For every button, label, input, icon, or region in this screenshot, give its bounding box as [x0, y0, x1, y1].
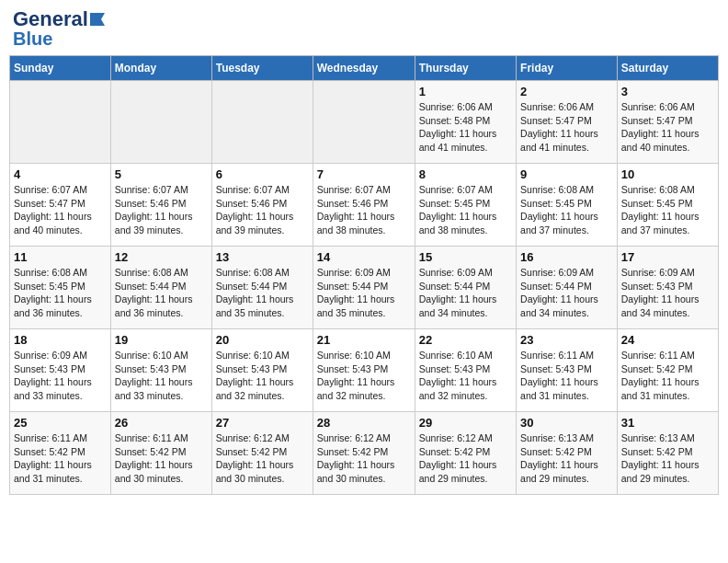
day-number: 24 [621, 333, 714, 347]
day-info: Sunrise: 6:09 AMSunset: 5:43 PMDaylight:… [621, 266, 714, 320]
day-number: 6 [216, 167, 309, 181]
calendar-cell: 13 Sunrise: 6:08 AMSunset: 5:44 PMDaylig… [211, 247, 313, 329]
calendar-cell: 24 Sunrise: 6:11 AMSunset: 5:42 PMDaylig… [617, 329, 718, 412]
calendar-cell: 2 Sunrise: 6:06 AMSunset: 5:47 PMDayligh… [517, 81, 618, 164]
day-info: Sunrise: 6:10 AMSunset: 5:43 PMDaylight:… [419, 349, 512, 403]
day-info: Sunrise: 6:08 AMSunset: 5:45 PMDaylight:… [520, 183, 613, 237]
logo-general: General [13, 9, 88, 29]
day-info: Sunrise: 6:10 AMSunset: 5:43 PMDaylight:… [216, 349, 309, 403]
day-number: 13 [216, 250, 309, 264]
calendar-cell: 26 Sunrise: 6:11 AMSunset: 5:42 PMDaylig… [110, 412, 211, 495]
calendar-header: SundayMondayTuesdayWednesdayThursdayFrid… [10, 56, 719, 81]
day-info: Sunrise: 6:09 AMSunset: 5:44 PMDaylight:… [419, 266, 512, 320]
day-number: 25 [14, 416, 107, 430]
day-number: 19 [115, 333, 208, 347]
calendar-cell [10, 81, 111, 164]
day-number: 5 [115, 167, 208, 181]
day-number: 23 [520, 333, 613, 347]
logo-flag-icon [90, 13, 107, 26]
day-info: Sunrise: 6:11 AMSunset: 5:43 PMDaylight:… [520, 349, 613, 403]
day-number: 20 [216, 333, 309, 347]
calendar-cell: 29 Sunrise: 6:12 AMSunset: 5:42 PMDaylig… [415, 412, 516, 495]
calendar-cell: 15 Sunrise: 6:09 AMSunset: 5:44 PMDaylig… [415, 247, 516, 329]
day-number: 28 [317, 416, 411, 430]
page-header: General Blue [9, 9, 719, 48]
calendar-cell: 25 Sunrise: 6:11 AMSunset: 5:42 PMDaylig… [10, 412, 111, 495]
calendar-cell: 19 Sunrise: 6:10 AMSunset: 5:43 PMDaylig… [110, 329, 211, 412]
day-info: Sunrise: 6:07 AMSunset: 5:47 PMDaylight:… [14, 183, 107, 237]
day-number: 1 [419, 85, 512, 98]
calendar-cell: 7 Sunrise: 6:07 AMSunset: 5:46 PMDayligh… [313, 164, 415, 247]
day-number: 4 [14, 167, 107, 181]
day-info: Sunrise: 6:11 AMSunset: 5:42 PMDaylight:… [115, 431, 208, 486]
day-info: Sunrise: 6:08 AMSunset: 5:45 PMDaylight:… [621, 183, 714, 237]
day-info: Sunrise: 6:07 AMSunset: 5:46 PMDaylight:… [317, 183, 411, 237]
day-number: 7 [317, 167, 411, 181]
calendar-cell: 30 Sunrise: 6:13 AMSunset: 5:42 PMDaylig… [517, 412, 618, 495]
day-info: Sunrise: 6:08 AMSunset: 5:44 PMDaylight:… [115, 266, 208, 320]
calendar-week-1: 1 Sunrise: 6:06 AMSunset: 5:48 PMDayligh… [10, 81, 719, 164]
day-info: Sunrise: 6:13 AMSunset: 5:42 PMDaylight:… [621, 431, 714, 486]
day-info: Sunrise: 6:09 AMSunset: 5:44 PMDaylight:… [317, 266, 411, 320]
day-info: Sunrise: 6:06 AMSunset: 5:48 PMDaylight:… [419, 100, 512, 155]
day-info: Sunrise: 6:09 AMSunset: 5:44 PMDaylight:… [520, 266, 613, 320]
svg-marker-0 [90, 13, 105, 26]
day-info: Sunrise: 6:07 AMSunset: 5:46 PMDaylight:… [216, 183, 309, 237]
day-number: 31 [621, 416, 714, 430]
calendar-cell: 11 Sunrise: 6:08 AMSunset: 5:45 PMDaylig… [10, 247, 111, 329]
weekday-header-saturday: Saturday [617, 56, 718, 81]
day-number: 29 [419, 416, 512, 430]
calendar-week-4: 18 Sunrise: 6:09 AMSunset: 5:43 PMDaylig… [10, 329, 719, 412]
day-info: Sunrise: 6:09 AMSunset: 5:43 PMDaylight:… [14, 349, 107, 403]
weekday-header-monday: Monday [110, 56, 211, 81]
day-info: Sunrise: 6:08 AMSunset: 5:45 PMDaylight:… [14, 266, 107, 320]
calendar-body: 1 Sunrise: 6:06 AMSunset: 5:48 PMDayligh… [10, 81, 719, 495]
day-info: Sunrise: 6:13 AMSunset: 5:42 PMDaylight:… [520, 431, 613, 486]
day-number: 30 [520, 416, 613, 430]
day-number: 22 [419, 333, 512, 347]
calendar-cell: 4 Sunrise: 6:07 AMSunset: 5:47 PMDayligh… [10, 164, 111, 247]
calendar-cell [110, 81, 211, 164]
calendar-week-3: 11 Sunrise: 6:08 AMSunset: 5:45 PMDaylig… [10, 247, 719, 329]
day-info: Sunrise: 6:12 AMSunset: 5:42 PMDaylight:… [419, 431, 512, 486]
calendar-cell: 9 Sunrise: 6:08 AMSunset: 5:45 PMDayligh… [517, 164, 618, 247]
calendar-cell: 16 Sunrise: 6:09 AMSunset: 5:44 PMDaylig… [517, 247, 618, 329]
day-number: 21 [317, 333, 411, 347]
calendar-cell: 6 Sunrise: 6:07 AMSunset: 5:46 PMDayligh… [211, 164, 313, 247]
day-number: 2 [520, 85, 613, 98]
day-number: 26 [115, 416, 208, 430]
calendar-cell: 10 Sunrise: 6:08 AMSunset: 5:45 PMDaylig… [617, 164, 718, 247]
weekday-header-tuesday: Tuesday [211, 56, 313, 81]
day-info: Sunrise: 6:07 AMSunset: 5:46 PMDaylight:… [115, 183, 208, 237]
calendar-cell: 23 Sunrise: 6:11 AMSunset: 5:43 PMDaylig… [517, 329, 618, 412]
day-info: Sunrise: 6:11 AMSunset: 5:42 PMDaylight:… [621, 349, 714, 403]
day-number: 15 [419, 250, 512, 264]
day-info: Sunrise: 6:06 AMSunset: 5:47 PMDaylight:… [621, 100, 714, 155]
day-number: 16 [520, 250, 613, 264]
day-info: Sunrise: 6:10 AMSunset: 5:43 PMDaylight:… [115, 349, 208, 403]
weekday-header-wednesday: Wednesday [313, 56, 415, 81]
calendar-cell: 20 Sunrise: 6:10 AMSunset: 5:43 PMDaylig… [211, 329, 313, 412]
calendar-cell: 1 Sunrise: 6:06 AMSunset: 5:48 PMDayligh… [415, 81, 516, 164]
calendar-cell [313, 81, 415, 164]
day-number: 3 [621, 85, 714, 98]
logo: General Blue [13, 9, 107, 48]
weekday-header-friday: Friday [517, 56, 618, 81]
calendar-cell: 31 Sunrise: 6:13 AMSunset: 5:42 PMDaylig… [617, 412, 718, 495]
day-info: Sunrise: 6:12 AMSunset: 5:42 PMDaylight:… [317, 431, 411, 486]
calendar-cell: 14 Sunrise: 6:09 AMSunset: 5:44 PMDaylig… [313, 247, 415, 329]
calendar-cell: 22 Sunrise: 6:10 AMSunset: 5:43 PMDaylig… [415, 329, 516, 412]
calendar-week-2: 4 Sunrise: 6:07 AMSunset: 5:47 PMDayligh… [10, 164, 719, 247]
calendar-cell: 12 Sunrise: 6:08 AMSunset: 5:44 PMDaylig… [110, 247, 211, 329]
day-number: 17 [621, 250, 714, 264]
day-info: Sunrise: 6:11 AMSunset: 5:42 PMDaylight:… [14, 431, 107, 486]
day-number: 12 [115, 250, 208, 264]
calendar-table: SundayMondayTuesdayWednesdayThursdayFrid… [9, 55, 719, 495]
calendar-week-5: 25 Sunrise: 6:11 AMSunset: 5:42 PMDaylig… [10, 412, 719, 495]
day-info: Sunrise: 6:08 AMSunset: 5:44 PMDaylight:… [216, 266, 309, 320]
day-info: Sunrise: 6:10 AMSunset: 5:43 PMDaylight:… [317, 349, 411, 403]
calendar-cell: 8 Sunrise: 6:07 AMSunset: 5:45 PMDayligh… [415, 164, 516, 247]
calendar-cell [211, 81, 313, 164]
day-number: 8 [419, 167, 512, 181]
day-number: 10 [621, 167, 714, 181]
